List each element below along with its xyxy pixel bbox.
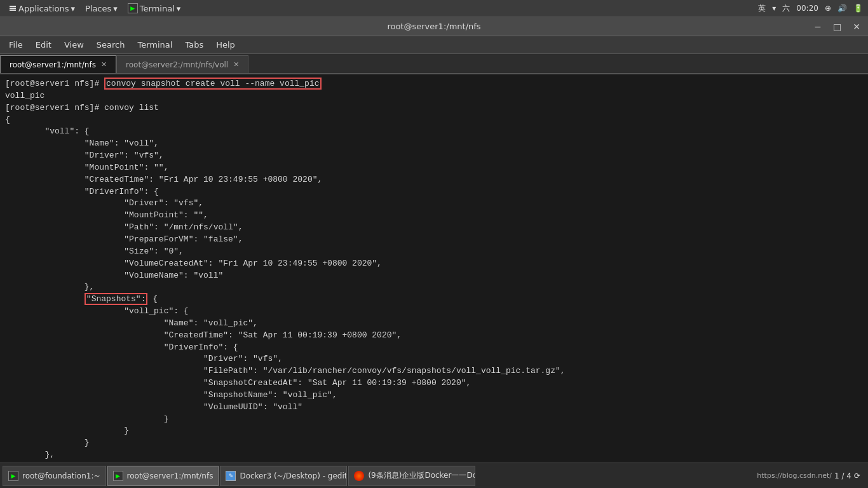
tab-bar: root@server1:/mnt/nfs ✕ root@server2:/mn… [0,54,868,74]
close-button[interactable]: ✕ [850,22,863,32]
time-indicator: 00:20 [796,4,818,13]
menu-search[interactable]: Search [90,38,132,51]
maximize-button[interactable]: □ [831,22,844,32]
taskbar-server1[interactable]: ▶ root@server1:/mnt/nfs [107,466,219,486]
tab-close-server1[interactable]: ✕ [101,60,107,69]
system-bar: Applications ▾ Places ▾ ▶ Terminal ▾ 英 ▾… [0,0,868,17]
svg-rect-1 [10,8,16,9]
window-controls: − □ ✕ [811,22,863,32]
tab-close-server2[interactable]: ✕ [233,60,239,69]
menu-file[interactable]: File [3,38,29,51]
taskbar-label-foundation1: root@foundation1:~ [22,471,100,480]
taskbar-label-firefox: (9条消息)企业版Docker一一Docker... [368,470,475,481]
taskbar: ▶ root@foundation1:~ ▶ root@server1:/mnt… [0,463,868,488]
tab-server2[interactable]: root@server2:/mnt/nfs/voll ✕ [116,55,248,73]
system-bar-left: Applications ▾ Places ▾ ▶ Terminal ▾ [5,2,184,15]
taskbar-label-server1: root@server1:/mnt/nfs [127,471,214,480]
tab-server1[interactable]: root@server1:/mnt/nfs ✕ [0,55,116,73]
prompt-1: [root@server1 nfs]# [5,79,104,88]
taskbar-right: https://blog.csdn.net/ 1 / 4 ⟳ [757,471,865,480]
terminal-icon-1: ▶ [8,471,18,481]
wifi-icon: ⊕ [825,4,831,13]
snapshots-highlight: "Snapshots": [85,293,148,305]
menu-view[interactable]: View [58,38,90,51]
places-menu[interactable]: Places ▾ [81,3,121,15]
battery-icon: 🔋 [853,4,863,13]
menu-terminal[interactable]: Terminal [131,38,179,51]
firefox-icon [354,471,364,481]
tab-label-server2: root@server2:/mnt/nfs/voll [126,60,228,69]
menu-tabs[interactable]: Tabs [179,38,210,51]
taskbar-foundation1[interactable]: ▶ root@foundation1:~ [3,466,106,486]
title-bar: root@server1:/mnt/nfs − □ ✕ [0,17,868,36]
taskbar-gedit[interactable]: ✎ Docker3 (~/Desktop) - gedit [220,466,347,486]
taskbar-url: https://blog.csdn.net/ [757,471,832,480]
command-highlight-1: convoy snapshot create voll --name voll_… [104,78,321,90]
language-indicator[interactable]: 英 [758,3,766,14]
volume-icon: 🔊 [837,4,847,13]
minimize-button[interactable]: − [811,22,824,32]
terminal-icon-2: ▶ [113,471,123,481]
svg-rect-0 [10,6,16,7]
terminal-window: root@server1:/mnt/nfs − □ ✕ File Edit Vi… [0,17,868,463]
system-bar-right: 英 ▾ 六 00:20 ⊕ 🔊 🔋 [758,3,863,14]
window-title: root@server1:/mnt/nfs [387,22,480,31]
app-icon [9,4,17,12]
terminal-menu[interactable]: ▶ Terminal ▾ [124,2,184,15]
terminal-icon: ▶ [128,3,138,13]
menu-help[interactable]: Help [210,38,241,51]
tab-label-server1: root@server1:/mnt/nfs [10,60,96,69]
day-indicator: 六 [782,3,790,14]
menu-bar: File Edit View Search Terminal Tabs Help [0,36,868,54]
terminal-content[interactable]: [root@server1 nfs]# convoy snapshot crea… [0,74,868,463]
menu-edit[interactable]: Edit [29,38,58,51]
taskbar-label-gedit: Docker3 (~/Desktop) - gedit [240,471,347,480]
taskbar-firefox[interactable]: (9条消息)企业版Docker一一Docker... [348,466,475,486]
svg-rect-2 [10,10,16,11]
applications-menu[interactable]: Applications ▾ [5,3,79,15]
gedit-icon: ✎ [226,471,236,481]
taskbar-nav-icon: ⟳ [854,471,860,480]
taskbar-page: 1 / 4 [834,471,851,480]
